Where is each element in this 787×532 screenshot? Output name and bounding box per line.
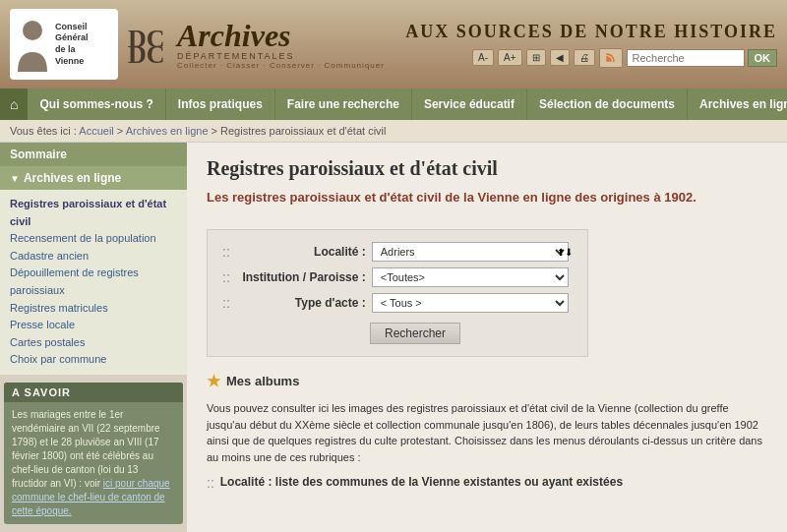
- albums-section: ★ Mes albums: [207, 372, 767, 390]
- breadcrumb-sep1: >: [117, 125, 126, 137]
- nav-home-button[interactable]: ⌂: [0, 89, 28, 120]
- sidebar-menu: Registres paroissiaux et d'état civil Re…: [0, 190, 187, 375]
- nav-service-educatif[interactable]: Service éducatif: [412, 89, 527, 120]
- sidebar-asavoir-text: Les mariages entre le 1er vendémiaire an…: [12, 409, 160, 489]
- content-area: Registres paroissiaux et d'état civil Le…: [187, 143, 787, 532]
- form-row-localite: :: Localité : Adriers ⬆⬇: [222, 242, 573, 262]
- sidebar-asavoir-content: Les mariages entre le 1er vendémiaire an…: [4, 402, 183, 524]
- grid-icon-button[interactable]: ⊞: [526, 49, 546, 66]
- nav-archives-en-ligne[interactable]: Archives en ligne: [688, 89, 787, 120]
- main-layout: Sommaire Archives en ligne Registres par…: [0, 143, 787, 532]
- font-increase-button[interactable]: A+: [498, 49, 522, 66]
- breadcrumb-current: Registres paroissiaux et d'état civil: [220, 125, 386, 137]
- bullet-handle-icon: ::: [207, 475, 214, 491]
- header-slogan: Aux sources de notre histoire: [405, 22, 777, 42]
- sidebar-item-recensement[interactable]: Recensement de la population: [10, 230, 177, 248]
- page-title: Registres paroissiaux et d'état civil: [207, 157, 767, 180]
- breadcrumb-accueil[interactable]: Accueil: [79, 125, 113, 137]
- archives-logo: DC DC Archives Départementales Collecter…: [126, 20, 385, 70]
- content-subtitle: Les registres paroissiaux et d'état civi…: [207, 190, 767, 205]
- bullet-localite: :: Localité : liste des communes de la V…: [207, 475, 767, 491]
- rss-icon: [605, 51, 617, 63]
- label-type: Type d'acte :: [238, 296, 366, 310]
- label-institution: Institution / Paroisse :: [238, 270, 366, 284]
- sidebar-item-registres[interactable]: Registres paroissiaux et d'état civil: [10, 196, 177, 230]
- nav-faire-recherche[interactable]: Faire une recherche: [275, 89, 412, 120]
- star-icon: ★: [207, 372, 220, 390]
- breadcrumb-sep2: >: [212, 125, 220, 137]
- description-text: Vous pouvez consulter ici les images des…: [207, 400, 767, 465]
- handle-institution: ::: [222, 269, 230, 285]
- search-input[interactable]: [627, 49, 745, 67]
- sidebar-item-commune[interactable]: Choix par commune: [10, 351, 177, 369]
- sidebar-item-depouillement[interactable]: Dépouillement de registres paroissiaux: [10, 265, 177, 299]
- person-logo-icon: [14, 17, 51, 72]
- main-nav: ⌂ Qui sommes-nous ? Infos pratiques Fair…: [0, 89, 787, 120]
- svg-text:DC: DC: [128, 40, 165, 69]
- search-form: :: Localité : Adriers ⬆⬇ :: Institution …: [207, 229, 588, 357]
- select-institution[interactable]: <Toutes>: [372, 267, 569, 287]
- archives-title: Archives: [177, 20, 385, 51]
- header: Conseil Général de la Vienne DC DC Archi…: [0, 0, 787, 89]
- header-tools: A- A+ ⊞ ◀ 🖨 OK: [472, 48, 777, 68]
- select-localite[interactable]: Adriers: [372, 242, 569, 262]
- sidebar-item-cadastre[interactable]: Cadastre ancien: [10, 248, 177, 266]
- breadcrumb: Vous êtes ici : Accueil > Archives en li…: [0, 120, 787, 143]
- search-ok-button[interactable]: OK: [748, 49, 778, 67]
- breadcrumb-archives[interactable]: Archives en ligne: [126, 125, 209, 137]
- archives-tagline: Collecter · Classer · Conserver · Commun…: [177, 61, 385, 70]
- select-type[interactable]: < Tous >: [372, 293, 569, 313]
- sidebar-archives-section[interactable]: Archives en ligne: [0, 166, 187, 190]
- dc-logo-icon: DC DC: [126, 20, 169, 69]
- albums-label: Mes albums: [226, 374, 299, 388]
- sidebar-item-matricules[interactable]: Registres matricules: [10, 300, 177, 318]
- back-button[interactable]: ◀: [550, 49, 570, 66]
- nav-qui-sommes-nous[interactable]: Qui sommes-nous ?: [28, 89, 165, 120]
- form-row-institution: :: Institution / Paroisse : <Toutes>: [222, 267, 573, 287]
- nav-selection-documents[interactable]: Sélection de documents: [527, 89, 688, 120]
- home-icon: ⌂: [10, 96, 18, 112]
- albums-title: ★ Mes albums: [207, 372, 767, 390]
- bullet-localite-text: Localité : liste des communes de la Vien…: [220, 475, 623, 489]
- handle-type: ::: [222, 295, 230, 311]
- nav-infos-pratiques[interactable]: Infos pratiques: [166, 89, 275, 120]
- sidebar-sommaire-title: Sommaire: [0, 143, 187, 166]
- conseil-general-text: Conseil Général de la Vienne: [55, 22, 89, 68]
- rechercher-button[interactable]: Rechercher: [370, 323, 460, 344]
- sidebar-asavoir-box: A SAVOIR Les mariages entre le 1er vendé…: [4, 383, 183, 524]
- header-right: Aux sources de notre histoire A- A+ ⊞ ◀ …: [405, 22, 777, 68]
- font-decrease-button[interactable]: A-: [472, 49, 494, 66]
- logo-cg: Conseil Général de la Vienne: [10, 9, 118, 80]
- form-row-type: :: Type d'acte : < Tous >: [222, 293, 573, 313]
- sidebar-item-presse[interactable]: Presse locale: [10, 317, 177, 334]
- search-box: OK: [627, 49, 778, 67]
- sidebar-asavoir-title: A SAVOIR: [4, 383, 183, 402]
- handle-localite: ::: [222, 244, 230, 260]
- sidebar: Sommaire Archives en ligne Registres par…: [0, 143, 187, 532]
- breadcrumb-prefix: Vous êtes ici :: [10, 125, 79, 137]
- sidebar-item-cartes[interactable]: Cartes postales: [10, 334, 177, 352]
- print-button[interactable]: 🖨: [574, 49, 595, 66]
- rss-button[interactable]: [599, 48, 623, 68]
- label-localite: Localité :: [238, 245, 366, 259]
- svg-point-0: [23, 21, 42, 40]
- archives-subtitle: Départementales: [177, 51, 385, 61]
